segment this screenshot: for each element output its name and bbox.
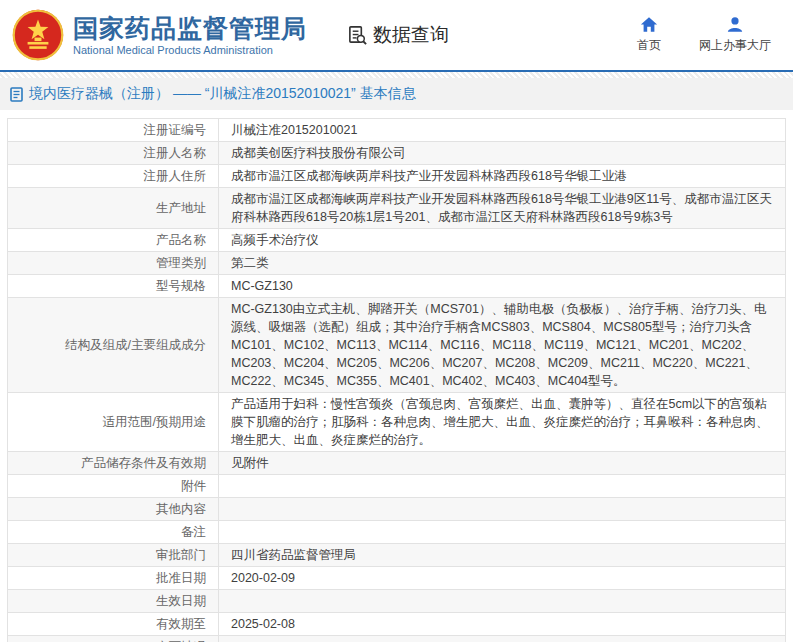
table-row: 有效期至2025-02-08 bbox=[8, 613, 786, 636]
header: 国家药品监督管理局 National Medical Products Admi… bbox=[0, 0, 793, 70]
row-value: 第二类 bbox=[219, 252, 786, 275]
table-row: 产品名称高频手术治疗仪 bbox=[8, 229, 786, 252]
row-value: 产品适用于妇科：慢性宫颈炎（宫颈息肉、宫颈糜烂、出血、囊肿等）、直径在5cm以下… bbox=[219, 393, 786, 452]
nav-service-hall-label: 网上办事大厅 bbox=[699, 37, 771, 54]
row-label: 适用范围/预期用途 bbox=[8, 393, 219, 452]
row-value: 高频手术治疗仪 bbox=[219, 229, 786, 252]
data-query-title: 数据查询 bbox=[347, 22, 449, 48]
data-query-icon bbox=[347, 25, 368, 46]
table-row: 生效日期 bbox=[8, 590, 786, 613]
row-label: 管理类别 bbox=[8, 252, 219, 275]
row-label: 批准日期 bbox=[8, 567, 219, 590]
row-label: 产品储存条件及有效期 bbox=[8, 452, 219, 475]
breadcrumb: 境内医疗器械（注册） —— “川械注准20152010021” 基本信息 bbox=[0, 78, 793, 110]
row-label: 注册证编号 bbox=[8, 119, 219, 142]
row-value bbox=[219, 636, 786, 642]
table-row: 其他内容 bbox=[8, 498, 786, 521]
row-label: 其他内容 bbox=[8, 498, 219, 521]
nav-service-hall[interactable]: 网上办事大厅 bbox=[699, 16, 771, 54]
row-value: 成都市温江区成都海峡两岸科技产业开发园科林路西段618号华银工业港 bbox=[219, 165, 786, 188]
row-label: 注册人住所 bbox=[8, 165, 219, 188]
table-row: 批准日期2020-02-09 bbox=[8, 567, 786, 590]
row-label: 型号规格 bbox=[8, 275, 219, 298]
nav-home[interactable]: 首页 bbox=[629, 16, 669, 54]
row-value bbox=[219, 475, 786, 498]
row-value: 见附件 bbox=[219, 452, 786, 475]
table-row: 生产地址成都市温江区成都海峡两岸科技产业开发园科林路西段618号华银工业港9区1… bbox=[8, 188, 786, 229]
table-row: 审批部门四川省药品监督管理局 bbox=[8, 544, 786, 567]
nmpa-logo: 国家药品监督管理局 National Medical Products Admi… bbox=[12, 9, 307, 61]
row-value: 成都市温江区成都海峡两岸科技产业开发园科林路西段618号华银工业港9区11号、成… bbox=[219, 188, 786, 229]
table-row: 注册证编号川械注准20152010021 bbox=[8, 119, 786, 142]
user-icon bbox=[726, 16, 744, 33]
info-table: 注册证编号川械注准20152010021注册人名称成都美创医疗科技股份有限公司注… bbox=[7, 118, 786, 642]
row-label: 生效日期 bbox=[8, 590, 219, 613]
org-name-en: National Medical Products Administration bbox=[73, 44, 307, 56]
org-names: 国家药品监督管理局 National Medical Products Admi… bbox=[73, 14, 307, 56]
table-row: 注册人名称成都美创医疗科技股份有限公司 bbox=[8, 142, 786, 165]
table-row: 产品储存条件及有效期见附件 bbox=[8, 452, 786, 475]
header-nav: 首页 网上办事大厅 bbox=[629, 16, 781, 54]
table-row: 型号规格MC-GZ130 bbox=[8, 275, 786, 298]
row-value: MC-GZ130由立式主机、脚踏开关（MCS701）、辅助电极（负极板）、治疗手… bbox=[219, 298, 786, 393]
nav-home-label: 首页 bbox=[637, 37, 661, 54]
national-emblem-icon bbox=[12, 9, 64, 61]
row-label: 审批部门 bbox=[8, 544, 219, 567]
info-table-body: 注册证编号川械注准20152010021注册人名称成都美创医疗科技股份有限公司注… bbox=[8, 119, 786, 642]
table-row: 变更情况 bbox=[8, 636, 786, 642]
table-row: 备注 bbox=[8, 521, 786, 544]
row-value bbox=[219, 590, 786, 613]
row-value: 成都美创医疗科技股份有限公司 bbox=[219, 142, 786, 165]
row-label: 注册人名称 bbox=[8, 142, 219, 165]
document-icon bbox=[10, 87, 24, 102]
row-value: MC-GZ130 bbox=[219, 275, 786, 298]
row-value: 川械注准20152010021 bbox=[219, 119, 786, 142]
data-query-label: 数据查询 bbox=[373, 22, 449, 48]
row-label: 有效期至 bbox=[8, 613, 219, 636]
row-label: 变更情况 bbox=[8, 636, 219, 642]
row-label: 生产地址 bbox=[8, 188, 219, 229]
table-row: 附件 bbox=[8, 475, 786, 498]
table-row: 结构及组成/主要组成成分MC-GZ130由立式主机、脚踏开关（MCS701）、辅… bbox=[8, 298, 786, 393]
org-name-cn: 国家药品监督管理局 bbox=[73, 14, 307, 42]
row-value: 2025-02-08 bbox=[219, 613, 786, 636]
row-value bbox=[219, 498, 786, 521]
row-label: 结构及组成/主要组成成分 bbox=[8, 298, 219, 393]
row-value bbox=[219, 521, 786, 544]
row-label: 备注 bbox=[8, 521, 219, 544]
table-row: 注册人住所成都市温江区成都海峡两岸科技产业开发园科林路西段618号华银工业港 bbox=[8, 165, 786, 188]
table-row: 适用范围/预期用途产品适用于妇科：慢性宫颈炎（宫颈息肉、宫颈糜烂、出血、囊肿等）… bbox=[8, 393, 786, 452]
table-row: 管理类别第二类 bbox=[8, 252, 786, 275]
row-label: 附件 bbox=[8, 475, 219, 498]
breadcrumb-text: 境内医疗器械（注册） —— “川械注准20152010021” 基本信息 bbox=[29, 85, 416, 103]
home-icon bbox=[640, 16, 658, 33]
row-value: 2020-02-09 bbox=[219, 567, 786, 590]
row-value: 四川省药品监督管理局 bbox=[219, 544, 786, 567]
table-wrap: 注册证编号川械注准20152010021注册人名称成都美创医疗科技股份有限公司注… bbox=[0, 110, 793, 642]
row-label: 产品名称 bbox=[8, 229, 219, 252]
